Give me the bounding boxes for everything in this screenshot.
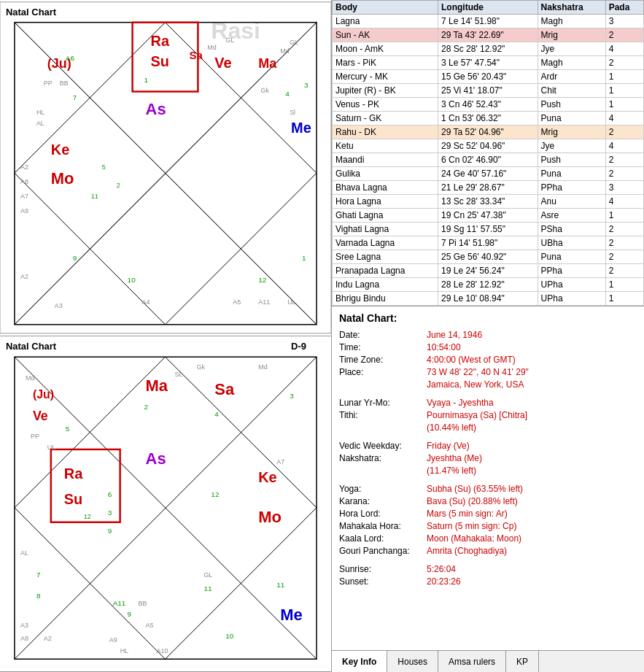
info-label: Nakshatra: (339, 453, 427, 463)
cell-longitude: 6 Cn 02' 46.90" (438, 153, 538, 167)
info-label: Place: (339, 367, 427, 377)
su-planet-top: Su (151, 53, 169, 69)
cell-body: Rahu - DK (333, 125, 438, 139)
svg-text:Me: Me (280, 606, 302, 624)
info-row: Tithi:Pournimasya (Sa) [Chitra] (339, 410, 637, 420)
svg-text:12: 12 (258, 276, 267, 284)
right-panel: Body Longitude Nakshatra Pada Lagna7 Le … (332, 0, 644, 672)
info-value: Jyeshtha (Me) (427, 453, 637, 463)
cell-nakshatra: Magh (538, 15, 605, 28)
cell-nakshatra: PPha (538, 264, 605, 278)
top-cell-num: 1 (144, 76, 149, 84)
as-planet: As (146, 100, 166, 118)
svg-text:A4: A4 (142, 298, 150, 306)
cell-pada: 2 (605, 56, 643, 70)
svg-text:2: 2 (144, 403, 149, 411)
info-label: Gouri Panchanga: (339, 546, 427, 556)
table-row: Varnada Lagna7 Pi 14' 51.98"UBha2 (333, 236, 644, 250)
svg-text:A11: A11 (258, 298, 270, 306)
svg-text:BB: BB (139, 600, 147, 607)
cell-pada: 4 (605, 112, 643, 125)
tab-houses[interactable]: Houses (387, 651, 438, 672)
svg-text:A8: A8 (20, 178, 28, 185)
svg-text:A3: A3 (20, 622, 28, 629)
info-row: (11.47% left) (339, 466, 637, 476)
left-panel: Natal Chart Rasi (0, 0, 332, 672)
info-label: Yoga: (339, 484, 427, 494)
svg-text:HL: HL (120, 647, 128, 654)
cell-longitude: 29 Ta 43' 22.69" (438, 28, 538, 42)
info-label: Lunar Yr-Mo: (339, 398, 427, 408)
cell-nakshatra: Push (538, 153, 605, 167)
svg-text:5: 5 (66, 424, 70, 432)
info-label: Sunrise: (339, 564, 427, 574)
cell-pada: 1 (605, 292, 643, 306)
svg-text:Mo: Mo (258, 507, 282, 525)
tab-kp[interactable]: KP (506, 651, 539, 672)
info-row: Yoga:Subha (Su) (63.55% left) (339, 484, 637, 494)
svg-text:Ve: Ve (33, 409, 48, 423)
cell-nakshatra: Magh (538, 56, 605, 70)
cell-body: Ghati Lagna (333, 209, 438, 223)
svg-text:12: 12 (211, 490, 220, 498)
tab-key-info[interactable]: Key Info (332, 651, 387, 672)
svg-text:A6: A6 (66, 54, 75, 62)
cell-pada: 4 (605, 195, 643, 209)
cell-nakshatra: UPha (538, 278, 605, 292)
chart1-container: Natal Chart Rasi (0, 0, 331, 336)
table-row: Hora Lagna13 Sc 28' 33.34"Anu4 (333, 195, 644, 209)
cell-body: Bhava Lagna (333, 181, 438, 195)
cell-body: Bhrigu Bindu (333, 292, 438, 306)
info-value: Amrita (Choghadiya) (427, 546, 637, 556)
info-row: Mahakala Hora:Saturn (5 min sign: Cp) (339, 521, 637, 531)
svg-text:Md: Md (258, 363, 267, 371)
svg-text:7: 7 (73, 93, 77, 101)
cell-body: Jupiter (R) - BK (333, 84, 438, 98)
svg-text:PP: PP (31, 432, 39, 439)
svg-text:9: 9 (108, 526, 112, 534)
info-label: Mahakala Hora: (339, 521, 427, 531)
svg-text:7: 7 (36, 570, 41, 578)
info-label: Tithi: (339, 410, 427, 420)
svg-text:UL: UL (287, 298, 295, 306)
table-row: Gulika24 Ge 40' 57.16"Puna2 (333, 167, 644, 181)
info-row: Date:June 14, 1946 (339, 330, 637, 340)
cell-pada: 2 (605, 125, 643, 139)
svg-text:A3: A3 (55, 302, 63, 309)
cell-body: Pranapada Lagna (333, 264, 438, 278)
cell-pada: 3 (605, 15, 643, 28)
table-row: Mars - PiK3 Le 57' 47.54"Magh2 (333, 56, 644, 70)
table-row: Venus - PK3 Cn 46' 52.43"Push1 (333, 98, 644, 112)
svg-text:A9: A9 (20, 207, 28, 215)
info-value: Saturn (5 min sign: Cp) (427, 521, 637, 531)
cell-body: Mercury - MK (333, 70, 438, 84)
svg-text:(Ju): (Ju) (33, 388, 54, 401)
info-label: Sunset: (339, 576, 427, 587)
gl-label: GL (290, 39, 298, 46)
planet-table-area[interactable]: Body Longitude Nakshatra Pada Lagna7 Le … (332, 0, 644, 306)
svg-text:A11: A11 (113, 599, 126, 607)
svg-text:Su: Su (64, 490, 82, 506)
cell-body: Indu Lagna (333, 278, 438, 292)
svg-text:A5: A5 (146, 622, 154, 629)
cell-pada: 2 (605, 236, 643, 250)
ma-planet: Ma (258, 56, 277, 71)
col-longitude: Longitude (438, 1, 538, 15)
table-row: Rahu - DK29 Ta 52' 04.96"Mrig2 (333, 125, 644, 139)
cell-longitude: 24 Ge 40' 57.16" (438, 167, 538, 181)
table-row: Ketu29 Sc 52' 04.96"Jye4 (333, 139, 644, 153)
svg-text:8: 8 (36, 592, 41, 600)
svg-text:3: 3 (290, 392, 294, 400)
cell-pada: 1 (605, 278, 643, 292)
info-value: Bava (Su) (20.88% left) (427, 496, 637, 506)
info-row: Sunset:20:23:26 (339, 576, 637, 587)
cell-nakshatra: Push (538, 98, 605, 112)
cell-longitude: 7 Pi 14' 51.98" (438, 236, 538, 250)
d9-chart-svg: Natal Chart D-9 Ma SL Gk 2 Sa Md 4 3 (0, 336, 331, 672)
tab-amsa-rulers[interactable]: Amsa rulers (438, 651, 506, 672)
tab-bar: Key Info Houses Amsa rulers KP (332, 650, 644, 672)
cell-longitude: 29 Sc 52' 04.96" (438, 139, 538, 153)
svg-text:HL: HL (36, 109, 44, 116)
cell-pada: 2 (605, 264, 643, 278)
cell-nakshatra: PSha (538, 223, 605, 236)
